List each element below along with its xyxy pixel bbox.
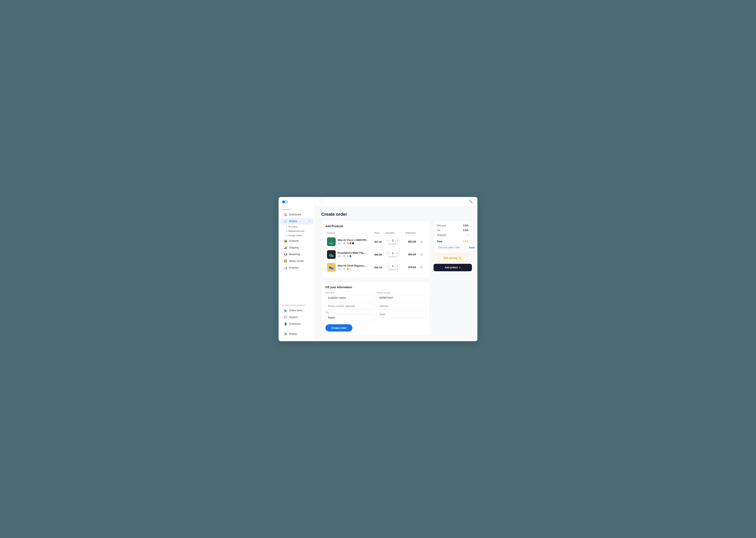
col-actions	[418, 231, 426, 236]
sidebar-item-label: Setting	[289, 333, 297, 335]
qty-cell-1: − 1 + Available: 2	[384, 235, 402, 248]
available-text-2: Available: 2	[386, 256, 401, 258]
phone-optional-input[interactable]	[325, 303, 374, 309]
summary-discount-row: Discount 0 DA	[437, 224, 469, 227]
sidebar-item-products[interactable]: 📦 Products ›	[280, 238, 313, 244]
qty-value-2: 1	[391, 252, 394, 255]
total-label: Total	[437, 240, 442, 243]
qty-decrease-button-2[interactable]: −	[386, 251, 390, 255]
form-row-city-state: City	[325, 311, 426, 321]
size-badge-3: 7	[343, 268, 346, 270]
sub-item-label: Abandoned cart	[288, 230, 304, 232]
sidebar-item-support[interactable]: 💬 Support	[280, 314, 313, 320]
stores-label: STORES MANAGEMENT	[279, 303, 315, 307]
delete-product-button-2[interactable]: 🗑	[419, 252, 424, 257]
size-badge-1: 9	[343, 242, 346, 244]
qty-decrease-button-1[interactable]: −	[386, 238, 390, 242]
qty-decrease-button-3[interactable]: −	[386, 264, 390, 268]
delete-product-button-3[interactable]: 🗑	[419, 265, 424, 270]
chevron-right-icon: ›	[309, 246, 310, 248]
summary-total-row: Total 0 DA	[437, 240, 469, 243]
sidebar-subitem-all-orders[interactable]: All orders	[279, 225, 315, 229]
sidebar-item-label: Products	[289, 240, 299, 242]
table-row: 👟 Nike Air Force 1 NDESTR... size: 9	[325, 235, 426, 248]
product-image-3: 👟	[327, 263, 336, 272]
add-products-title: Add Products	[325, 225, 426, 228]
state-input[interactable]	[377, 311, 426, 318]
products-table: Product Price Quantity Total Price	[325, 231, 426, 274]
chevron-down-icon: ▾	[309, 220, 310, 222]
product-total-3: $78.83	[404, 266, 416, 269]
product-cell-2: 👟 Foundations Matte Flip... size: 5	[325, 248, 373, 261]
create-order-button[interactable]: Create order	[325, 324, 353, 332]
product-size-3: size: 7	[338, 268, 366, 270]
chevron-right-icon: ›	[309, 240, 310, 242]
sidebar-item-customers[interactable]: 👤 Customers	[280, 321, 313, 327]
size-label: size:	[338, 242, 342, 244]
product-name-2: Foundations Matte Flip...	[338, 251, 365, 254]
table-row: 👟 Foundations Matte Flip... size: 5	[325, 248, 426, 261]
content-row: Add Products Product Price Quantity Tota…	[321, 220, 472, 336]
sidebar-item-marketing[interactable]: 📢 Marketing ›	[280, 251, 313, 257]
form-group-fullname: Full name	[325, 292, 374, 301]
sidebar-item-analytics[interactable]: 📊 Analytics	[280, 265, 313, 271]
qty-increase-button-3[interactable]: +	[395, 264, 400, 268]
product-cell-1: 👟 Nike Air Force 1 NDESTR... size: 9	[325, 235, 373, 248]
product-info-3: 👟 Nike Air Zoom Pegasus... size: 7	[327, 263, 371, 272]
address-input[interactable]	[377, 303, 426, 309]
fullname-input[interactable]	[325, 295, 374, 301]
left-panel: Add Products Product Price Quantity Tota…	[321, 220, 430, 336]
color-dot	[347, 255, 349, 257]
setting-icon: ⚙️	[284, 332, 287, 336]
product-details-2: Foundations Matte Flip... size: 5	[338, 251, 365, 257]
col-quantity: Quantity	[384, 231, 402, 236]
sidebar-subitem-abandoned-cart[interactable]: Abandoned cart	[279, 229, 315, 233]
add-product-button[interactable]: Add prdoct +	[434, 264, 472, 271]
discount-value: 0 DA	[463, 224, 469, 227]
sidebar-item-orders[interactable]: 🛒 Orders ▾	[280, 218, 313, 224]
city-label: City	[325, 311, 374, 314]
edit-pricing-button[interactable]: Edit pricing ✏️	[434, 254, 472, 262]
summary-shipping-row: Shipping -	[437, 234, 469, 237]
phone-input[interactable]	[377, 295, 426, 301]
sidebar-item-label: Shipping	[289, 246, 299, 249]
form-group-phone: Phone number	[377, 292, 426, 301]
qty-value-1: 1	[391, 239, 394, 242]
product-size-1: size: 9	[338, 242, 368, 244]
total-cell-3: $78.83	[402, 261, 418, 274]
city-input[interactable]	[325, 314, 374, 321]
color-dot	[350, 268, 352, 270]
product-price-3: $16.19	[374, 266, 382, 269]
sidebar-item-shipping[interactable]: 🚚 Shipping ›	[280, 244, 313, 251]
sidebar-item-media-center[interactable]: 🖼️ Media Center	[280, 258, 313, 264]
logo-circle-outline	[285, 200, 287, 203]
qty-control-1: − 1 +	[386, 238, 401, 242]
form-row-optional-address	[325, 303, 426, 309]
product-info-1: 👟 Nike Air Force 1 NDESTR... size: 9	[327, 238, 371, 246]
apply-discount-button[interactable]: Apply	[469, 246, 475, 248]
delete-product-button-1[interactable]: 🗑	[419, 239, 424, 244]
qty-increase-button-2[interactable]: +	[395, 251, 400, 255]
sidebar-item-online-store[interactable]: 🏪 Online store ›	[280, 307, 313, 314]
search-icon[interactable]: 🔍	[469, 199, 473, 203]
qty-control-2: − 1 +	[386, 251, 401, 255]
shipping-icon: 🚚	[284, 246, 287, 249]
sidebar-item-label: Marketing	[289, 253, 300, 256]
sidebar-subitem-google-sheet[interactable]: Google sheet	[279, 233, 315, 238]
qty-increase-button-1[interactable]: +	[395, 238, 400, 242]
tax-value: 0 DA	[463, 229, 469, 232]
sidebar-item-label: Online store	[289, 309, 302, 312]
sidebar-item-setting[interactable]: ⚙️ Setting	[280, 331, 313, 337]
qty-cell-3: − 1 + Available: 2	[384, 261, 402, 274]
chevron-right-icon: ›	[309, 309, 310, 311]
collapse-sidebar-button[interactable]: ‹	[320, 199, 324, 204]
color-dot	[350, 255, 352, 257]
size-label: size:	[338, 268, 342, 270]
add-products-card: Add Products Product Price Quantity Tota…	[321, 220, 430, 278]
discount-label: Discount	[437, 224, 446, 227]
sidebar-item-dashboard[interactable]: 🏠 Dashboard	[280, 211, 313, 218]
discount-code-input[interactable]	[437, 245, 468, 250]
table-row: 👟 Nike Air Zoom Pegasus... size: 7	[325, 261, 426, 274]
chevron-right-icon: ›	[309, 253, 310, 255]
logo	[279, 200, 315, 207]
